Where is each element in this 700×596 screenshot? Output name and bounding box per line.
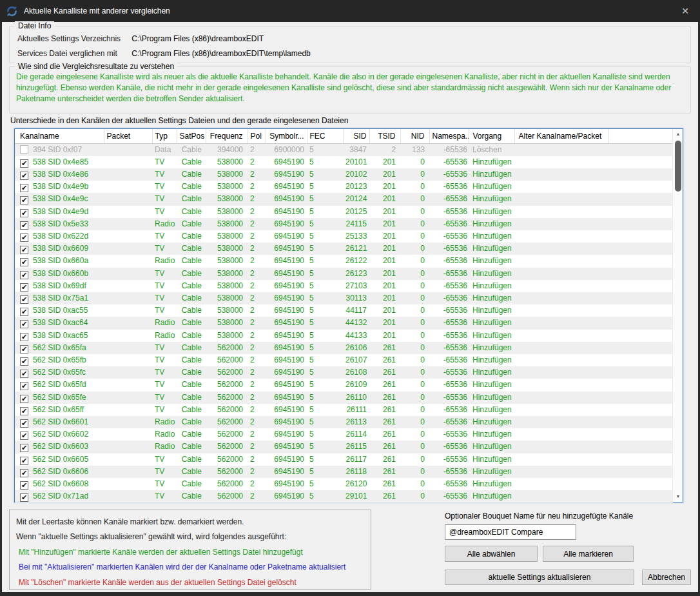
column-header-namespace[interactable]: Namespa... bbox=[429, 129, 469, 143]
row-checkbox-checked[interactable]: ✔ bbox=[20, 209, 28, 217]
table-row[interactable]: ✔538 SID 0xac65RadioCable538000269451905… bbox=[15, 330, 673, 342]
table-row[interactable]: ✔562 SID 0x6608TVCable562000269451905261… bbox=[15, 478, 673, 490]
table-row[interactable]: ✔562 SID 0x65feTVCable562000269451905261… bbox=[15, 392, 673, 404]
select-all-button[interactable]: Alle markieren bbox=[543, 546, 634, 562]
row-checkbox-checked[interactable]: ✔ bbox=[20, 370, 28, 378]
table-row[interactable]: ✔562 SID 0x65ffTVCable562000269451905261… bbox=[15, 404, 673, 416]
table-row[interactable]: ✔562 SID 0x71adTVCable562000269451905291… bbox=[15, 490, 673, 502]
row-checkbox-checked[interactable]: ✔ bbox=[20, 172, 28, 180]
column-header-fec[interactable]: FEC bbox=[307, 129, 343, 143]
cell-nid: 0 bbox=[400, 453, 429, 466]
title-bar[interactable]: Aktuelle Kanalliste mit anderer vergleic… bbox=[0, 0, 700, 22]
scroll-up-icon[interactable]: ▲ bbox=[673, 129, 683, 139]
table-row[interactable]: ✔562 SID 0x65fcTVCable562000269451905261… bbox=[15, 366, 673, 379]
compared-file-label: Services Datei verglichen mit bbox=[17, 49, 130, 58]
row-checkbox-checked[interactable]: ✔ bbox=[20, 320, 28, 328]
table-row[interactable]: ✔538 SID 0x622dTVCable538000269451905251… bbox=[15, 230, 673, 243]
channel-name: 538 SID 0x4e86 bbox=[33, 170, 88, 179]
scroll-down-icon[interactable]: ▼ bbox=[673, 492, 683, 502]
table-row[interactable]: ✔538 SID 0x4e9cTVCable538000269451905201… bbox=[15, 193, 673, 205]
row-checkbox-checked[interactable]: ✔ bbox=[20, 481, 28, 490]
column-header-alter_kanalname[interactable]: Alter Kanalname/Packet bbox=[514, 129, 608, 143]
deselect-all-button[interactable]: Alle abwählen bbox=[445, 546, 538, 562]
cancel-button[interactable]: Abbrechen bbox=[642, 570, 691, 585]
row-checkbox-checked[interactable]: ✔ bbox=[20, 246, 28, 254]
table-row[interactable]: ✔538 SID 0x75a1TVCable538000269451905301… bbox=[15, 292, 673, 304]
table-row[interactable]: ✔538 SID 0x4e9bTVCable538000269451905201… bbox=[15, 181, 673, 193]
row-checkbox-checked[interactable]: ✔ bbox=[20, 469, 28, 477]
vertical-scrollbar[interactable]: ▲ ▼ bbox=[672, 129, 683, 502]
table-row[interactable]: ✔562 SID 0x6601RadioCable562000269451905… bbox=[15, 416, 673, 428]
row-checkbox-checked[interactable]: ✔ bbox=[20, 457, 28, 465]
table-row[interactable]: ✔538 SID 0xac55TVCable538000269451905441… bbox=[15, 304, 673, 317]
table-row[interactable]: ✔562 SID 0x65faTVCable562000269451905261… bbox=[15, 342, 673, 354]
bouquet-name-input[interactable] bbox=[445, 524, 576, 540]
cell-namespace: -65536 bbox=[429, 181, 469, 193]
cell-namespace: -65536 bbox=[429, 206, 469, 218]
column-header-symbolrate[interactable]: Symbolr... bbox=[266, 129, 307, 143]
row-checkbox-checked[interactable]: ✔ bbox=[20, 407, 28, 415]
row-checkbox-checked[interactable]: ✔ bbox=[20, 295, 28, 304]
cell-frequenz: 538000 bbox=[206, 156, 248, 168]
table-row[interactable]: ✔538 SID 0x660bTVCable538000269451905261… bbox=[15, 268, 673, 280]
app-icon[interactable] bbox=[6, 5, 18, 17]
row-checkbox-checked[interactable]: ✔ bbox=[20, 159, 28, 168]
column-header-kanalname[interactable]: Kanalname bbox=[15, 129, 104, 143]
row-checkbox-checked[interactable]: ✔ bbox=[20, 283, 28, 292]
column-header-filler[interactable] bbox=[608, 129, 673, 143]
table-row[interactable]: ✔538 SID 0x4e9dTVCable538000269451905201… bbox=[15, 206, 673, 218]
cell-vorgang: Hinzufügen bbox=[469, 453, 514, 466]
table-row[interactable]: 394 SID 0xf07DataCable394000269000005384… bbox=[15, 143, 673, 156]
column-header-vorgang[interactable]: Vorgang bbox=[469, 129, 514, 143]
row-checkbox-checked[interactable]: ✔ bbox=[20, 333, 28, 341]
scrollbar-thumb[interactable] bbox=[675, 141, 681, 192]
row-checkbox-checked[interactable]: ✔ bbox=[20, 271, 28, 279]
row-checkbox-unchecked[interactable] bbox=[20, 145, 28, 154]
row-checkbox-checked[interactable]: ✔ bbox=[20, 493, 28, 502]
table-row[interactable]: ✔538 SID 0x5e33RadioCable538000269451905… bbox=[15, 218, 673, 230]
table-row[interactable]: ✔538 SID 0x4e85TVCable538000269451905201… bbox=[15, 156, 673, 168]
row-checkbox-checked[interactable]: ✔ bbox=[20, 432, 28, 440]
table-row[interactable]: ✔538 SID 0x4e86TVCable538000269451905201… bbox=[15, 168, 673, 181]
cell-tsid: 261 bbox=[369, 490, 400, 502]
table-row[interactable]: ✔562 SID 0x65fdTVCable562000269451905261… bbox=[15, 379, 673, 391]
table-row[interactable]: ✔562 SID 0x6606TVCable562000269451905261… bbox=[15, 466, 673, 478]
table-row[interactable]: ✔538 SID 0x6609TVCable538000269451905261… bbox=[15, 243, 673, 255]
table-row[interactable]: ✔562 SID 0x65fbTVCable562000269451905261… bbox=[15, 354, 673, 366]
row-checkbox-checked[interactable]: ✔ bbox=[20, 395, 28, 403]
cell-pol: 2 bbox=[248, 304, 266, 317]
table-row[interactable]: ✔538 SID 0x660aRadioCable538000269451905… bbox=[15, 255, 673, 267]
column-header-packet[interactable]: Packet bbox=[104, 129, 152, 143]
table-row[interactable]: ✔562 SID 0x6602RadioCable562000269451905… bbox=[15, 428, 673, 441]
cell-frequenz: 538000 bbox=[206, 193, 248, 205]
row-checkbox-checked[interactable]: ✔ bbox=[20, 196, 28, 204]
channel-name: 562 SID 0x6605 bbox=[33, 455, 88, 464]
column-header-pol[interactable]: Pol bbox=[248, 129, 266, 143]
column-header-frequenz[interactable]: Frequenz bbox=[206, 129, 248, 143]
row-checkbox-checked[interactable]: ✔ bbox=[20, 308, 28, 316]
cell-packet bbox=[104, 304, 152, 317]
row-checkbox-checked[interactable]: ✔ bbox=[20, 258, 28, 266]
cell-frequenz: 562000 bbox=[206, 428, 248, 441]
column-header-satpos[interactable]: SatPos bbox=[177, 129, 206, 143]
column-header-tsid[interactable]: TSID bbox=[369, 129, 400, 143]
row-checkbox-checked[interactable]: ✔ bbox=[20, 233, 28, 242]
cell-sid: 26113 bbox=[343, 416, 369, 428]
cell-nid: 133 bbox=[400, 143, 429, 156]
row-checkbox-checked[interactable]: ✔ bbox=[20, 382, 28, 390]
close-icon[interactable]: ✕ bbox=[670, 0, 700, 22]
table-row[interactable]: ✔538 SID 0x69dfTVCable538000269451905271… bbox=[15, 280, 673, 292]
update-settings-button[interactable]: aktuelle Settings aktualisieren bbox=[445, 570, 634, 585]
column-header-typ[interactable]: Typ bbox=[152, 129, 177, 143]
table-row[interactable]: ✔538 SID 0xac64RadioCable538000269451905… bbox=[15, 317, 673, 329]
table-row[interactable]: ✔562 SID 0x6605TVCable562000269451905261… bbox=[15, 453, 673, 466]
row-checkbox-checked[interactable]: ✔ bbox=[20, 419, 28, 428]
table-row[interactable]: ✔562 SID 0x6603RadioCable562000269451905… bbox=[15, 441, 673, 453]
row-checkbox-checked[interactable]: ✔ bbox=[20, 345, 28, 353]
column-header-sid[interactable]: SID bbox=[343, 129, 369, 143]
column-header-nid[interactable]: NID bbox=[400, 129, 429, 143]
row-checkbox-checked[interactable]: ✔ bbox=[20, 357, 28, 366]
row-checkbox-checked[interactable]: ✔ bbox=[20, 444, 28, 452]
row-checkbox-checked[interactable]: ✔ bbox=[20, 184, 28, 192]
row-checkbox-checked[interactable]: ✔ bbox=[20, 221, 28, 230]
